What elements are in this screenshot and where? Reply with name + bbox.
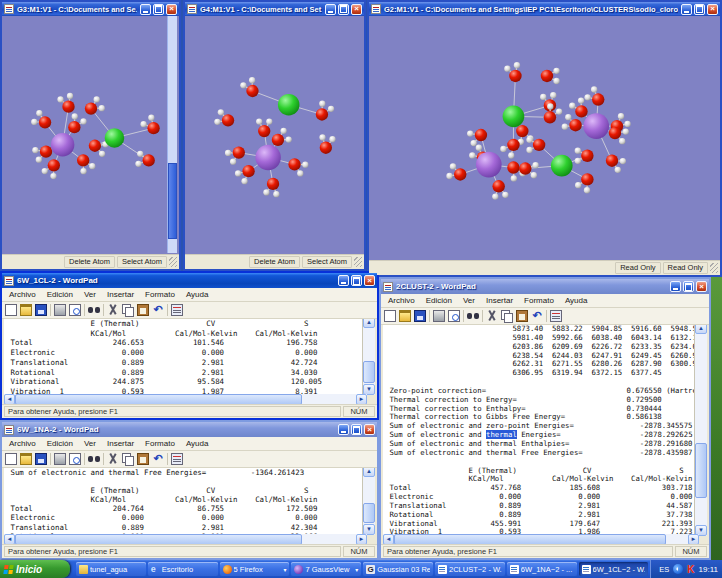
- close-button[interactable]: ×: [707, 4, 718, 15]
- group-dropdown-icon[interactable]: ▾: [283, 566, 286, 573]
- titlebar[interactable]: G3:M1:V1 - C:\Documents and Se... ×: [2, 2, 179, 16]
- group-dropdown-icon[interactable]: ▾: [355, 566, 358, 573]
- open-icon[interactable]: [20, 304, 32, 316]
- undo-icon[interactable]: ↶: [152, 304, 164, 316]
- date-icon[interactable]: [171, 453, 183, 465]
- undo-icon[interactable]: ↶: [531, 310, 543, 322]
- save-icon[interactable]: [35, 304, 47, 316]
- tray-blue-icon[interactable]: [673, 564, 683, 574]
- menu-insertar[interactable]: Insertar: [102, 439, 139, 448]
- menu-ver[interactable]: Ver: [458, 296, 480, 305]
- copy-icon[interactable]: [501, 310, 513, 322]
- cut-icon[interactable]: [486, 310, 498, 322]
- copy-icon[interactable]: [122, 304, 134, 316]
- maximize-button[interactable]: [351, 275, 362, 286]
- titlebar[interactable]: 6W_1NA-2 - WordPad ×: [2, 422, 377, 437]
- vertical-scrollbar[interactable]: ▲ ▼: [363, 317, 375, 395]
- open-icon[interactable]: [20, 453, 32, 465]
- save-icon[interactable]: [35, 453, 47, 465]
- menu-ayuda[interactable]: Ayuda: [181, 290, 214, 299]
- print-icon[interactable]: [54, 304, 66, 316]
- open-icon[interactable]: [399, 310, 411, 322]
- document-area[interactable]: 5873.40 5883.22 5904.85 5916.60 5948.5 5…: [383, 323, 695, 536]
- minimize-button[interactable]: [670, 281, 681, 292]
- scrollbar-thumb[interactable]: [695, 443, 707, 498]
- scrollbar-thumb[interactable]: [363, 361, 375, 383]
- titlebar[interactable]: G2:M1:V1 - C:\Documents and Settings\IEP…: [369, 2, 720, 16]
- tray-k-icon[interactable]: K: [687, 564, 694, 575]
- cut-icon[interactable]: [107, 304, 119, 316]
- document-text[interactable]: Sum of electronic and thermal Free Energ…: [4, 466, 362, 535]
- taskbar-button[interactable]: tunel_agua: [76, 562, 146, 576]
- maximize-button[interactable]: [694, 4, 705, 15]
- menu-edición[interactable]: Edición: [42, 290, 78, 299]
- document-text[interactable]: 5873.40 5883.22 5904.85 5916.60 5948.5 5…: [383, 323, 694, 536]
- menu-ver[interactable]: Ver: [79, 439, 101, 448]
- find-icon[interactable]: [88, 304, 100, 316]
- minimize-button[interactable]: [338, 424, 349, 435]
- date-icon[interactable]: [171, 304, 183, 316]
- titlebar[interactable]: G4:M1:V1 - C:\Documents and Set... ×: [185, 2, 364, 16]
- undo-icon[interactable]: ↶: [152, 453, 164, 465]
- titlebar[interactable]: 6W_1CL-2 - WordPad ×: [2, 273, 377, 288]
- minimize-button[interactable]: [681, 4, 692, 15]
- close-button[interactable]: ×: [364, 424, 375, 435]
- taskbar-button[interactable]: 2CLUST~2 - W...: [435, 562, 505, 576]
- taskbar-button[interactable]: 7 GaussView▾: [291, 562, 361, 576]
- menu-insertar[interactable]: Insertar: [102, 290, 139, 299]
- taskbar-button[interactable]: 6W_1CL~2 - W...: [579, 562, 649, 576]
- document-text[interactable]: E (Thermal) CV S KCal/Mol Cal/Mol-Kelvin…: [4, 317, 362, 395]
- cut-icon[interactable]: [107, 453, 119, 465]
- taskbar-button[interactable]: 5 Firefox▾: [220, 562, 290, 576]
- menu-ayuda[interactable]: Ayuda: [560, 296, 593, 305]
- scrollbar-thumb[interactable]: [363, 503, 375, 523]
- maximize-button[interactable]: [683, 281, 694, 292]
- close-button[interactable]: ×: [364, 275, 375, 286]
- vertical-scrollbar[interactable]: ▲ ▼: [695, 323, 707, 536]
- scrollbar-thumb[interactable]: [168, 163, 177, 239]
- menu-archivo[interactable]: Archivo: [383, 296, 420, 305]
- molecule-viewport[interactable]: [371, 16, 718, 259]
- menu-formato[interactable]: Formato: [519, 296, 559, 305]
- preview-icon[interactable]: [69, 453, 81, 465]
- minimize-button[interactable]: [140, 4, 151, 15]
- taskbar-button[interactable]: 6W_1NA~2 - ...: [507, 562, 577, 576]
- paste-icon[interactable]: [137, 453, 149, 465]
- titlebar[interactable]: 2CLUST-2 - WordPad ×: [381, 279, 709, 294]
- new-icon[interactable]: [384, 310, 396, 322]
- resize-grip[interactable]: [710, 263, 718, 273]
- vertical-scrollbar[interactable]: [167, 16, 177, 253]
- print-icon[interactable]: [54, 453, 66, 465]
- save-icon[interactable]: [414, 310, 426, 322]
- document-area[interactable]: E (Thermal) CV S KCal/Mol Cal/Mol-Kelvin…: [4, 317, 363, 395]
- menu-insertar[interactable]: Insertar: [481, 296, 518, 305]
- document-area[interactable]: Sum of electronic and thermal Free Energ…: [4, 466, 363, 535]
- menu-ayuda[interactable]: Ayuda: [181, 439, 214, 448]
- menu-archivo[interactable]: Archivo: [4, 439, 41, 448]
- vertical-scrollbar[interactable]: ▲ ▼: [363, 466, 375, 535]
- maximize-button[interactable]: [351, 424, 362, 435]
- molecule-viewport[interactable]: [187, 16, 362, 253]
- preview-icon[interactable]: [448, 310, 460, 322]
- taskbar-button[interactable]: Escritorio: [148, 562, 218, 576]
- minimize-button[interactable]: [325, 4, 336, 15]
- resize-grip[interactable]: [354, 257, 362, 267]
- menu-archivo[interactable]: Archivo: [4, 290, 41, 299]
- date-icon[interactable]: [550, 310, 562, 322]
- maximize-button[interactable]: [338, 4, 349, 15]
- find-icon[interactable]: [467, 310, 479, 322]
- close-button[interactable]: ×: [351, 4, 362, 15]
- preview-icon[interactable]: [69, 304, 81, 316]
- minimize-button[interactable]: [338, 275, 349, 286]
- maximize-button[interactable]: [153, 4, 164, 15]
- molecule-viewport[interactable]: [4, 16, 177, 253]
- close-button[interactable]: ×: [696, 281, 707, 292]
- paste-icon[interactable]: [137, 304, 149, 316]
- copy-icon[interactable]: [122, 453, 134, 465]
- menu-ver[interactable]: Ver: [79, 290, 101, 299]
- print-icon[interactable]: [433, 310, 445, 322]
- resize-grip[interactable]: [169, 257, 177, 267]
- new-icon[interactable]: [5, 304, 17, 316]
- menu-formato[interactable]: Formato: [140, 439, 180, 448]
- menu-formato[interactable]: Formato: [140, 290, 180, 299]
